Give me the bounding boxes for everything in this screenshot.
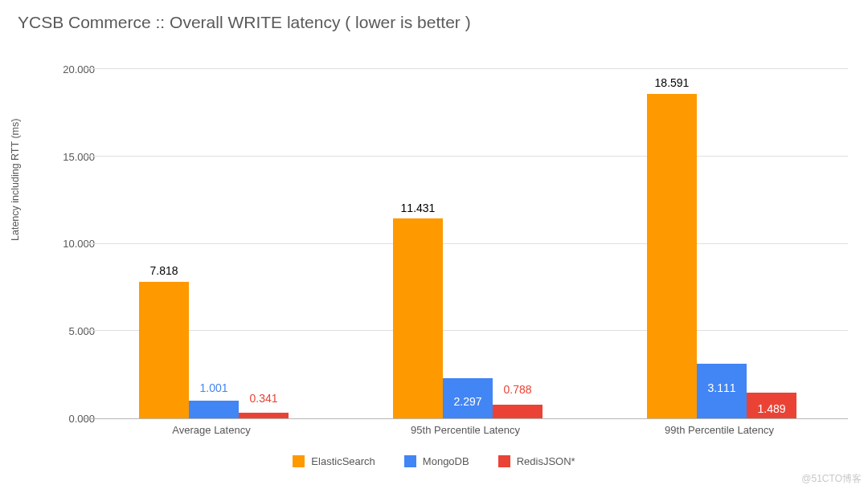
value-es-average: 7.818 [124, 264, 204, 277]
legend-item-md: MongoDB [404, 455, 469, 467]
legend: ElasticSearch MongoDB RedisJSON* [0, 455, 868, 467]
category-label-p99: 99th Percentile Latency [592, 424, 846, 436]
chart-title: YCSB Commerce :: Overall WRITE latency (… [18, 13, 471, 32]
legend-item-es: ElasticSearch [293, 455, 375, 467]
value-es-p99: 18.591 [632, 76, 712, 89]
legend-swatch-es [293, 455, 305, 467]
bar-group-p95: 11.431 2.297 0.788 [338, 69, 592, 418]
legend-item-rj: RedisJSON* [498, 455, 575, 467]
value-rj-average: 0.341 [223, 392, 304, 405]
bar-es-p99 [647, 94, 697, 418]
legend-label-md: MongoDB [423, 455, 469, 467]
bar-rj-p95 [493, 405, 542, 418]
watermark: @51CTO博客 [801, 472, 862, 486]
bar-rj-average [239, 413, 289, 418]
bar-group-average: 7.818 1.001 0.341 [84, 69, 338, 418]
bar-es-average [139, 282, 189, 418]
legend-swatch-md [404, 455, 416, 467]
legend-swatch-rj [498, 455, 510, 467]
legend-label-rj: RedisJSON* [517, 455, 575, 467]
category-label-average: Average Latency [84, 424, 338, 436]
legend-label-es: ElasticSearch [311, 455, 375, 467]
value-rj-p99: 1.489 [731, 402, 812, 415]
bar-es-p95 [393, 218, 443, 418]
category-label-p95: 95th Percentile Latency [338, 424, 592, 436]
plot-area: 7.818 1.001 0.341 11.431 2.297 0.788 18.… [84, 69, 848, 419]
value-rj-p95: 0.788 [477, 383, 558, 396]
y-axis-label: Latency including RTT (ms) [10, 119, 21, 241]
bar-group-p99: 18.591 3.111 1.489 [592, 69, 846, 418]
value-es-p95: 11.431 [378, 202, 458, 214]
